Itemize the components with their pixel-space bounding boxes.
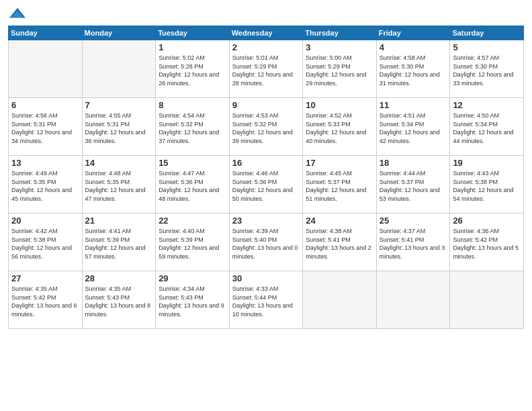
day-info: Sunrise: 5:02 AM Sunset: 5:28 PM Dayligh… <box>159 54 226 87</box>
sunrise-text: Sunrise: 4:39 AM <box>232 228 279 234</box>
calendar-cell <box>9 40 83 98</box>
day-number: 16 <box>232 158 300 168</box>
day-number: 30 <box>232 273 300 283</box>
sunrise-text: Sunrise: 4:43 AM <box>453 170 499 177</box>
calendar-week-row: 6 Sunrise: 4:56 AM Sunset: 5:31 PM Dayli… <box>9 98 524 156</box>
calendar-cell: 23 Sunrise: 4:39 AM Sunset: 5:40 PM Dayl… <box>229 214 303 271</box>
daylight-text: Daylight: 12 hours and 31 minutes. <box>380 71 440 87</box>
sunrise-text: Sunrise: 4:50 AM <box>453 112 499 119</box>
daylight-text: Daylight: 12 hours and 54 minutes. <box>453 187 513 202</box>
daylight-text: Daylight: 13 hours and 3 minutes. <box>380 244 445 260</box>
day-info: Sunrise: 4:37 AM Sunset: 5:41 PM Dayligh… <box>380 227 447 261</box>
calendar: SundayMondayTuesdayWednesdayThursdayFrid… <box>8 26 524 329</box>
calendar-cell <box>376 271 450 329</box>
sunrise-text: Sunrise: 5:02 AM <box>159 54 205 61</box>
day-info: Sunrise: 4:41 AM Sunset: 5:39 PM Dayligh… <box>85 227 153 261</box>
sunset-text: Sunset: 5:30 PM <box>453 63 498 70</box>
sunset-text: Sunset: 5:28 PM <box>159 63 204 70</box>
daylight-text: Daylight: 12 hours and 29 minutes. <box>306 71 366 87</box>
header <box>8 7 524 21</box>
sunrise-text: Sunrise: 4:34 AM <box>159 285 205 292</box>
logo-icon <box>8 7 27 21</box>
day-number: 10 <box>306 100 373 110</box>
calendar-cell <box>82 40 156 98</box>
sunrise-text: Sunrise: 4:47 AM <box>159 170 205 177</box>
day-number: 2 <box>232 42 300 52</box>
calendar-cell: 6 Sunrise: 4:56 AM Sunset: 5:31 PM Dayli… <box>9 98 83 156</box>
day-number: 17 <box>306 158 373 168</box>
sunset-text: Sunset: 5:38 PM <box>11 236 56 243</box>
sunset-text: Sunset: 5:32 PM <box>159 121 204 128</box>
sunset-text: Sunset: 5:40 PM <box>232 236 277 243</box>
day-number: 21 <box>85 216 153 226</box>
daylight-text: Daylight: 12 hours and 42 minutes. <box>380 129 440 144</box>
sunset-text: Sunset: 5:36 PM <box>232 179 277 185</box>
calendar-cell: 18 Sunrise: 4:44 AM Sunset: 5:37 PM Dayl… <box>376 156 450 214</box>
weekday-header: Tuesday <box>156 26 230 40</box>
calendar-cell: 2 Sunrise: 5:01 AM Sunset: 5:29 PM Dayli… <box>229 40 303 98</box>
sunrise-text: Sunrise: 4:56 AM <box>11 112 58 119</box>
daylight-text: Daylight: 12 hours and 26 minutes. <box>159 71 219 87</box>
day-number: 6 <box>11 100 79 110</box>
calendar-cell: 26 Sunrise: 4:36 AM Sunset: 5:42 PM Dayl… <box>450 214 524 271</box>
sunset-text: Sunset: 5:42 PM <box>11 294 56 301</box>
daylight-text: Daylight: 13 hours and 2 minutes. <box>306 244 371 260</box>
sunset-text: Sunset: 5:29 PM <box>232 63 277 70</box>
daylight-text: Daylight: 12 hours and 39 minutes. <box>232 129 293 144</box>
calendar-cell: 30 Sunrise: 4:33 AM Sunset: 5:44 PM Dayl… <box>229 271 303 329</box>
sunset-text: Sunset: 5:41 PM <box>306 236 351 243</box>
day-info: Sunrise: 4:56 AM Sunset: 5:31 PM Dayligh… <box>11 111 79 145</box>
day-info: Sunrise: 4:47 AM Sunset: 5:36 PM Dayligh… <box>159 169 226 203</box>
day-number: 11 <box>380 100 447 110</box>
sunrise-text: Sunrise: 4:49 AM <box>11 170 58 177</box>
sunset-text: Sunset: 5:35 PM <box>85 179 130 185</box>
calendar-cell: 17 Sunrise: 4:45 AM Sunset: 5:37 PM Dayl… <box>303 156 377 214</box>
sunrise-text: Sunrise: 4:35 AM <box>85 285 132 292</box>
sunset-text: Sunset: 5:37 PM <box>306 179 351 185</box>
sunrise-text: Sunrise: 4:44 AM <box>380 170 426 177</box>
daylight-text: Daylight: 12 hours and 48 minutes. <box>159 187 219 202</box>
daylight-text: Daylight: 12 hours and 37 minutes. <box>159 129 219 144</box>
day-info: Sunrise: 4:36 AM Sunset: 5:42 PM Dayligh… <box>453 227 521 261</box>
sunset-text: Sunset: 5:32 PM <box>232 121 277 128</box>
calendar-cell: 7 Sunrise: 4:55 AM Sunset: 5:31 PM Dayli… <box>82 98 156 156</box>
sunrise-text: Sunrise: 4:37 AM <box>380 228 426 234</box>
calendar-cell: 28 Sunrise: 4:35 AM Sunset: 5:43 PM Dayl… <box>82 271 156 329</box>
day-number: 7 <box>85 100 153 110</box>
calendar-cell <box>303 271 377 329</box>
weekday-header: Friday <box>376 26 450 40</box>
calendar-cell <box>450 271 524 329</box>
calendar-cell: 25 Sunrise: 4:37 AM Sunset: 5:41 PM Dayl… <box>376 214 450 271</box>
calendar-cell: 12 Sunrise: 4:50 AM Sunset: 5:34 PM Dayl… <box>450 98 524 156</box>
day-number: 23 <box>232 216 300 226</box>
weekday-header: Sunday <box>9 26 83 40</box>
daylight-text: Daylight: 12 hours and 47 minutes. <box>85 187 146 202</box>
page-container: SundayMondayTuesdayWednesdayThursdayFrid… <box>0 0 532 411</box>
calendar-cell: 14 Sunrise: 4:48 AM Sunset: 5:35 PM Dayl… <box>82 156 156 214</box>
day-info: Sunrise: 4:48 AM Sunset: 5:35 PM Dayligh… <box>85 169 153 203</box>
day-number: 24 <box>306 216 373 226</box>
day-number: 5 <box>453 42 521 52</box>
sunrise-text: Sunrise: 4:52 AM <box>306 112 352 119</box>
day-info: Sunrise: 4:39 AM Sunset: 5:40 PM Dayligh… <box>232 227 300 261</box>
daylight-text: Daylight: 13 hours and 6 minutes. <box>11 302 77 318</box>
sunrise-text: Sunrise: 4:57 AM <box>453 54 499 61</box>
day-info: Sunrise: 4:46 AM Sunset: 5:36 PM Dayligh… <box>232 169 300 203</box>
day-info: Sunrise: 4:49 AM Sunset: 5:35 PM Dayligh… <box>11 169 79 203</box>
day-number: 18 <box>380 158 447 168</box>
day-info: Sunrise: 4:34 AM Sunset: 5:43 PM Dayligh… <box>159 285 226 318</box>
sunrise-text: Sunrise: 5:01 AM <box>232 54 279 61</box>
daylight-text: Daylight: 12 hours and 33 minutes. <box>453 71 513 87</box>
sunset-text: Sunset: 5:43 PM <box>85 294 130 301</box>
day-number: 20 <box>11 216 79 226</box>
sunset-text: Sunset: 5:39 PM <box>159 236 204 243</box>
daylight-text: Daylight: 12 hours and 57 minutes. <box>85 244 146 260</box>
sunrise-text: Sunrise: 4:35 AM <box>11 285 58 292</box>
daylight-text: Daylight: 12 hours and 36 minutes. <box>85 129 146 144</box>
day-info: Sunrise: 4:44 AM Sunset: 5:37 PM Dayligh… <box>380 169 447 203</box>
calendar-cell: 22 Sunrise: 4:40 AM Sunset: 5:39 PM Dayl… <box>156 214 230 271</box>
day-number: 14 <box>85 158 153 168</box>
day-number: 19 <box>453 158 521 168</box>
sunrise-text: Sunrise: 4:48 AM <box>85 170 132 177</box>
day-info: Sunrise: 5:01 AM Sunset: 5:29 PM Dayligh… <box>232 54 300 87</box>
